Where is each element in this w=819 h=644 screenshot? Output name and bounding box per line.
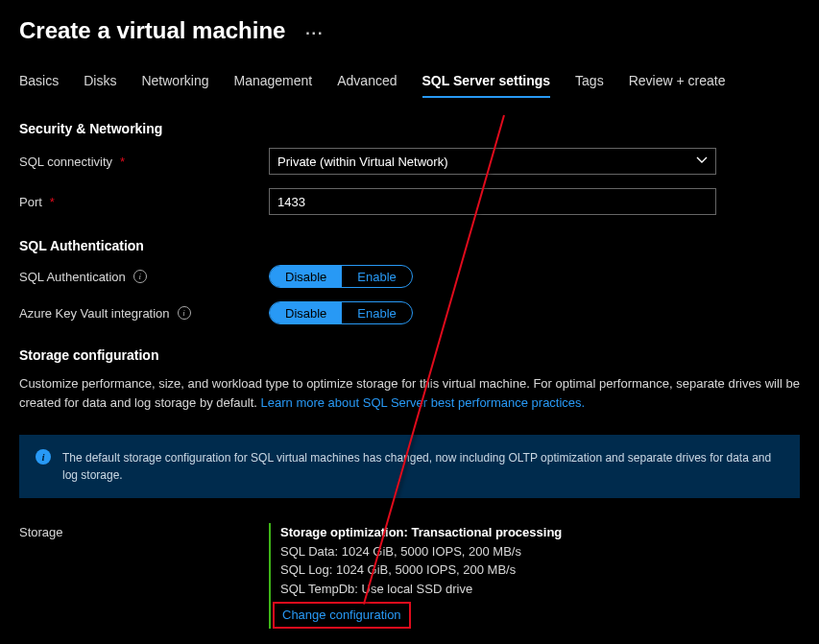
akv-disable[interactable]: Disable <box>270 302 342 323</box>
info-icon: i <box>36 449 51 465</box>
tab-disks[interactable]: Disks <box>84 73 116 98</box>
sql-authentication-toggle[interactable]: Disable Enable <box>269 265 413 288</box>
storage-detail: Storage optimization: Transactional proc… <box>269 523 562 629</box>
port-label: Port <box>19 195 42 209</box>
change-configuration-highlight: Change configuration <box>273 602 411 629</box>
akv-label: Azure Key Vault integration <box>19 306 170 321</box>
akv-toggle[interactable]: Disable Enable <box>269 301 413 324</box>
more-icon[interactable]: ··· <box>305 25 324 41</box>
tab-tags[interactable]: Tags <box>575 73 604 98</box>
storage-description: Customize performance, size, and workloa… <box>19 374 800 412</box>
port-input[interactable] <box>269 188 716 215</box>
tabs-bar: Basics Disks Networking Management Advan… <box>0 50 819 98</box>
sql-connectivity-label: SQL connectivity <box>19 155 112 169</box>
sql-auth-disable[interactable]: Disable <box>270 266 342 287</box>
storage-line-log: SQL Log: 1024 GiB, 5000 IOPS, 200 MB/s <box>280 561 562 580</box>
section-security-networking: Security & Networking <box>19 121 800 136</box>
info-icon[interactable]: i <box>178 306 191 320</box>
info-banner-text: The default storage configuration for SQ… <box>62 449 783 484</box>
chevron-down-icon <box>696 155 708 169</box>
tab-advanced[interactable]: Advanced <box>337 73 397 98</box>
tab-sql-server-settings[interactable]: SQL Server settings <box>422 73 551 98</box>
tab-networking[interactable]: Networking <box>141 73 208 98</box>
required-indicator: * <box>120 155 125 169</box>
sql-connectivity-value: Private (within Virtual Network) <box>277 155 447 169</box>
page-title: Create a virtual machine <box>19 17 285 43</box>
section-storage-configuration: Storage configuration <box>19 347 800 363</box>
tab-review-create[interactable]: Review + create <box>629 73 726 98</box>
storage-label: Storage <box>19 523 269 629</box>
tab-basics[interactable]: Basics <box>19 73 59 98</box>
required-indicator: * <box>50 195 55 209</box>
info-icon[interactable]: i <box>133 270 147 283</box>
sql-authentication-label: SQL Authentication <box>19 270 126 284</box>
akv-enable[interactable]: Enable <box>342 302 411 323</box>
sql-auth-enable[interactable]: Enable <box>342 266 411 287</box>
change-configuration-link[interactable]: Change configuration <box>282 608 401 622</box>
tab-management[interactable]: Management <box>234 73 313 98</box>
storage-line-tempdb: SQL TempDb: Use local SSD drive <box>280 580 562 599</box>
storage-optimization-heading: Storage optimization: Transactional proc… <box>280 523 562 542</box>
section-sql-authentication: SQL Authentication <box>19 238 800 253</box>
storage-line-data: SQL Data: 1024 GiB, 5000 IOPS, 200 MB/s <box>280 542 562 561</box>
